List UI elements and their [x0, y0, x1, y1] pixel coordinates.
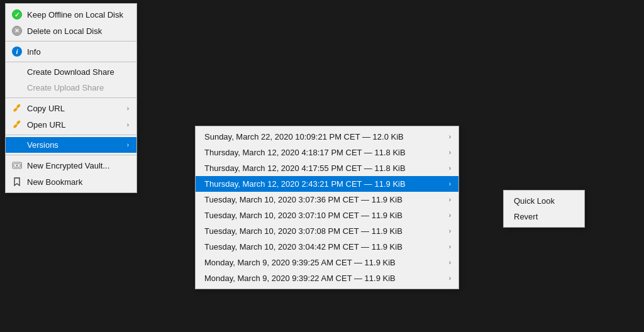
version-chevron-2: ›	[449, 149, 451, 156]
version-label-6: Tuesday, March 10, 2020 3:07:10 PM CET —…	[204, 211, 402, 220]
create-upload-share-item: Create Upload Share	[6, 80, 136, 96]
versions-chevron: ›	[127, 141, 129, 148]
create-download-share-label: Create Download Share	[27, 67, 114, 77]
versions-item[interactable]: Versions ›	[6, 137, 136, 153]
keep-offline-item[interactable]: Keep Offline on Local Disk	[6, 6, 136, 23]
separator-5	[6, 155, 136, 155]
version-label-1: Sunday, March 22, 2020 10:09:21 PM CET —…	[204, 132, 404, 141]
version-item-8[interactable]: Tuesday, March 10, 2020 3:04:42 PM CET —…	[196, 239, 458, 255]
info-icon	[12, 47, 22, 57]
version-item-6[interactable]: Tuesday, March 10, 2020 3:07:10 PM CET —…	[196, 208, 458, 223]
copy-url-item[interactable]: Copy URL ›	[6, 100, 136, 116]
new-encrypted-vault-item[interactable]: New Encrypted Vault...	[6, 157, 136, 174]
link-icon-copy	[12, 103, 22, 113]
versions-submenu: Sunday, March 22, 2020 10:09:21 PM CET —…	[195, 126, 459, 289]
info-item[interactable]: Info	[6, 43, 136, 60]
version-chevron-6: ›	[449, 212, 451, 219]
version-label-5: Tuesday, March 10, 2020 3:07:36 PM CET —…	[204, 195, 402, 204]
version-chevron-3: ›	[449, 165, 451, 172]
copy-url-chevron: ›	[127, 105, 129, 112]
revert-label: Revert	[514, 212, 538, 221]
version-label-7: Tuesday, March 10, 2020 3:07:08 PM CET —…	[204, 226, 402, 236]
version-item-4[interactable]: Thursday, March 12, 2020 2:43:21 PM CET …	[196, 176, 458, 192]
version-label-4: Thursday, March 12, 2020 2:43:21 PM CET …	[204, 179, 406, 189]
separator-2	[6, 62, 136, 62]
version-item-3[interactable]: Thursday, March 12, 2020 4:17:55 PM CET …	[196, 160, 458, 176]
vault-icon	[12, 160, 22, 170]
version-item-5[interactable]: Tuesday, March 10, 2020 3:07:36 PM CET —…	[196, 192, 458, 208]
gray-x-icon	[12, 26, 22, 36]
version-label-10: Monday, March 9, 2020 9:39:22 AM CET — 1…	[204, 274, 396, 283]
new-bookmark-item[interactable]: New Bookmark	[6, 174, 136, 190]
delete-local-label: Delete on Local Disk	[27, 26, 102, 36]
version-label-3: Thursday, March 12, 2020 4:17:55 PM CET …	[204, 163, 406, 173]
new-encrypted-vault-label: New Encrypted Vault...	[27, 161, 109, 170]
create-download-share-item[interactable]: Create Download Share	[6, 64, 136, 80]
version-item-1[interactable]: Sunday, March 22, 2020 10:09:21 PM CET —…	[196, 129, 458, 145]
create-upload-share-label: Create Upload Share	[27, 83, 104, 92]
bookmark-icon	[12, 177, 22, 187]
green-check-icon	[12, 9, 22, 19]
revert-item[interactable]: Revert	[504, 209, 584, 224]
separator-3	[6, 97, 136, 98]
version-item-7[interactable]: Tuesday, March 10, 2020 3:07:08 PM CET —…	[196, 223, 458, 239]
version-item-10[interactable]: Monday, March 9, 2020 9:39:22 AM CET — 1…	[196, 270, 458, 286]
version-chevron-7: ›	[449, 228, 451, 235]
delete-local-item[interactable]: Delete on Local Disk	[6, 23, 136, 39]
version-label-2: Thursday, March 12, 2020 4:18:17 PM CET …	[204, 148, 406, 157]
new-bookmark-label: New Bookmark	[27, 177, 82, 187]
link-icon-open	[12, 119, 22, 130]
version-chevron-10: ›	[449, 275, 451, 282]
version-chevron-8: ›	[449, 243, 451, 250]
version-label-8: Tuesday, March 10, 2020 3:04:42 PM CET —…	[204, 242, 402, 252]
separator-1	[6, 41, 136, 42]
version-item-2[interactable]: Thursday, March 12, 2020 4:18:17 PM CET …	[196, 145, 458, 160]
version-chevron-4: ›	[449, 180, 451, 187]
version-chevron-9: ›	[449, 259, 451, 266]
version-item-9[interactable]: Monday, March 9, 2020 9:39:25 AM CET — 1…	[196, 255, 458, 270]
quick-look-item[interactable]: Quick Look	[504, 193, 584, 209]
open-url-label: Open URL	[27, 120, 65, 130]
main-context-menu: Keep Offline on Local Disk Delete on Loc…	[5, 3, 137, 193]
open-url-item[interactable]: Open URL ›	[6, 116, 136, 133]
version-chevron-1: ›	[449, 133, 451, 140]
version-chevron-5: ›	[449, 196, 451, 203]
copy-url-label: Copy URL	[27, 104, 65, 113]
versions-label: Versions	[27, 140, 58, 150]
svg-point-8	[16, 165, 18, 167]
quicklook-submenu: Quick Look Revert	[503, 190, 585, 228]
version-label-9: Monday, March 9, 2020 9:39:25 AM CET — 1…	[204, 258, 396, 267]
keep-offline-label: Keep Offline on Local Disk	[27, 10, 123, 19]
info-label: Info	[27, 47, 41, 57]
separator-4	[6, 135, 136, 135]
quick-look-label: Quick Look	[514, 196, 555, 206]
open-url-chevron: ›	[127, 121, 129, 128]
